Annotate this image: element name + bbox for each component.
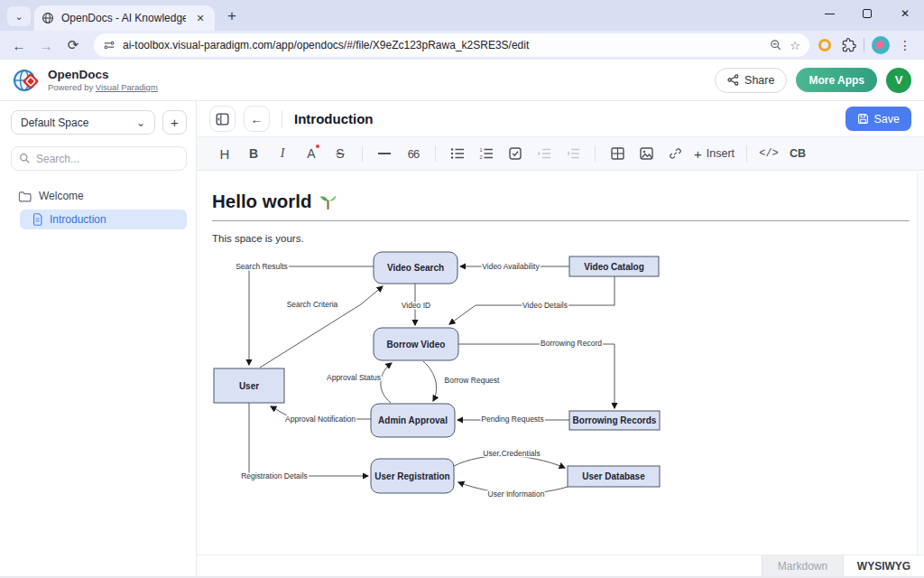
tab-search-chevron-button[interactable]: ⌄ <box>7 6 31 26</box>
dfd-node-label-user-registration: User Registration <box>374 471 449 481</box>
window-minimize-button[interactable] <box>810 0 848 27</box>
share-button[interactable]: Share <box>715 68 787 93</box>
folder-icon <box>18 191 32 202</box>
insert-button[interactable]: + Insert <box>690 141 738 166</box>
task-list-icon <box>509 147 522 160</box>
italic-icon: I <box>281 146 285 161</box>
toolbar-divider <box>595 145 596 162</box>
tab-close-icon[interactable]: ✕ <box>193 11 208 25</box>
document-heading: Hello world <box>212 191 910 221</box>
image-button[interactable] <box>633 141 660 166</box>
sidebar-search[interactable] <box>11 146 187 171</box>
link-icon <box>669 147 682 160</box>
back-button[interactable]: ← <box>7 33 31 57</box>
document-paragraph: This space is yours. <box>212 233 901 244</box>
dfd-node-label-video-search: Video Search <box>387 263 444 273</box>
address-bar[interactable]: ai-toolbox.visual-paradigm.com/app/opend… <box>94 33 809 57</box>
heading-icon: H <box>220 146 230 162</box>
extension-orange-icon[interactable] <box>818 39 831 51</box>
mode-wysiwyg-button[interactable]: WYSIWYG <box>843 555 924 576</box>
numbered-list-button[interactable]: 12 <box>473 141 500 166</box>
outdent-button[interactable] <box>559 141 587 166</box>
back-button-editor[interactable]: ← <box>244 106 270 132</box>
dfd-node-label-borrow-video: Borrow Video <box>387 340 446 350</box>
sidebar-item-introduction[interactable]: Introduction <box>20 210 187 229</box>
zoom-out-icon[interactable] <box>770 39 782 51</box>
italic-button[interactable]: I <box>269 141 296 166</box>
browser-tab[interactable]: OpenDocs - AI Knowledge Base ✕ <box>34 5 215 31</box>
visual-paradigm-link[interactable]: Visual Paradigm <box>96 82 158 92</box>
dfd-edge-label: Borrowing Record <box>541 339 602 348</box>
page-title: Introduction <box>294 111 373 126</box>
dfd-edge-label: Video Availability <box>482 262 540 271</box>
window-maximize-button[interactable] <box>848 0 886 27</box>
table-button[interactable] <box>604 141 631 166</box>
dfd-edge-video-search-to-user <box>249 266 374 365</box>
space-selector-dropdown[interactable]: Default Space ⌄ <box>11 110 155 135</box>
collapse-sidebar-button[interactable] <box>209 106 236 132</box>
horizontal-rule-button[interactable] <box>371 141 398 166</box>
app-brand: OpenDocs Powered by Visual Paradigm <box>13 67 158 94</box>
task-list-button[interactable] <box>502 141 529 166</box>
bold-button[interactable]: B <box>240 141 267 166</box>
dfd-edge-label: Borrow Request <box>445 376 501 385</box>
bullet-list-button[interactable] <box>444 141 471 166</box>
heading-button[interactable]: H <box>211 141 238 166</box>
browser-toolbar: ← → ⟳ ai-toolbox.visual-paradigm.com/app… <box>0 31 924 60</box>
forward-button[interactable]: → <box>34 33 58 57</box>
inline-code-button[interactable]: </> <box>755 141 782 166</box>
browser-window: ⌄ OpenDocs - AI Knowledge Base ✕ + ✕ ← →… <box>0 0 924 578</box>
share-label: Share <box>744 74 774 87</box>
dfd-edge-label: Video ID <box>402 301 430 310</box>
document-canvas[interactable]: Hello world This space is yours. Video S… <box>197 172 917 555</box>
dfd-edge-label: Search Criteria <box>287 300 338 309</box>
add-document-button[interactable]: + <box>162 110 187 135</box>
indent-button[interactable] <box>531 141 558 166</box>
sidebar-item-welcome[interactable]: Welcome <box>11 187 187 205</box>
site-settings-icon[interactable] <box>103 39 116 51</box>
dfd-edge-borrow-video-to-admin-approval <box>423 361 437 401</box>
mode-markdown-button[interactable]: Markdown <box>762 555 843 576</box>
link-button[interactable] <box>661 141 688 166</box>
dfd-node-label-user-database: User Database <box>582 471 645 481</box>
window-close-button[interactable]: ✕ <box>886 0 924 27</box>
dfd-edge-user-to-video-search <box>260 286 383 368</box>
browser-tab-strip: ⌄ OpenDocs - AI Knowledge Base ✕ + ✕ <box>0 0 924 31</box>
code-block-button[interactable]: CB <box>784 141 811 166</box>
dfd-node-label-video-catalog: Video Catalog <box>584 262 644 272</box>
data-flow-diagram: Video SearchVideo CatalogBorrow VideoUse… <box>208 247 670 510</box>
blockquote-button[interactable]: 66 <box>400 141 427 166</box>
numbered-list-icon: 12 <box>479 147 494 160</box>
dfd-node-label-admin-approval: Admin Approval <box>378 415 448 425</box>
indent-icon <box>537 147 551 160</box>
save-button[interactable]: Save <box>845 107 912 131</box>
user-avatar[interactable]: V <box>886 68 911 93</box>
quote-icon: 66 <box>408 147 419 161</box>
image-icon <box>640 147 653 160</box>
toolbar-divider <box>362 145 363 162</box>
maximize-icon <box>863 9 872 18</box>
dfd-node-label-borrowing-records: Borrowing Records <box>573 415 657 425</box>
new-tab-button[interactable]: + <box>220 5 244 28</box>
browser-profile-avatar[interactable] <box>872 36 890 54</box>
bookmark-star-icon[interactable]: ☆ <box>790 39 800 52</box>
url-text: ai-toolbox.visual-paradigm.com/app/opend… <box>123 39 762 51</box>
dfd-edge-admin-approval-to-borrow-video <box>381 363 392 403</box>
window-controls: ✕ <box>810 0 924 27</box>
more-apps-button[interactable]: More Apps <box>796 68 877 92</box>
font-color-button[interactable]: A <box>298 141 325 166</box>
document-scrollbar[interactable] <box>917 172 924 555</box>
tab-title: OpenDocs - AI Knowledge Base <box>61 12 186 24</box>
font-color-icon: A <box>307 146 315 161</box>
strikethrough-icon: S <box>336 146 344 161</box>
dfd-edge-label: Pending Requests <box>481 415 543 424</box>
strikethrough-button[interactable]: S <box>327 141 354 166</box>
save-floppy-icon <box>857 113 869 125</box>
browser-menu-icon[interactable]: ⋮ <box>893 38 917 52</box>
extensions-puzzle-icon[interactable] <box>842 38 856 52</box>
search-icon <box>19 153 31 164</box>
toolbar-divider <box>746 145 747 162</box>
reload-button[interactable]: ⟳ <box>61 33 85 57</box>
search-input[interactable] <box>36 153 179 165</box>
dfd-edge-label: Approval Notification <box>285 415 356 424</box>
